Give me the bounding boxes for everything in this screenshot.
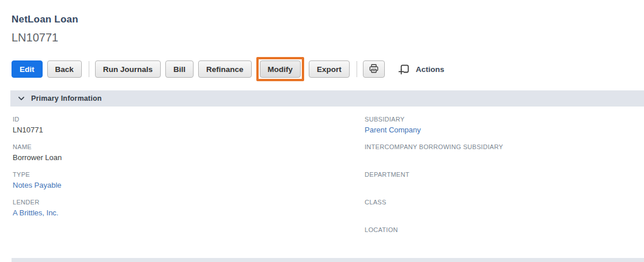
fields-left-column: ID LN10771 NAME Borrower Loan TYPE Notes… [13,115,365,253]
field-label: SUBSIDIARY [365,115,644,123]
field-value: LN10771 [13,125,365,135]
field: INTERCOMPANY BORROWING SUBSIDIARY [365,143,644,163]
primary-information-fields: ID LN10771 NAME Borrower Loan TYPE Notes… [12,107,644,253]
field-label: CLASS [365,198,644,206]
field: ID LN10771 [13,115,365,135]
field: LENDER A Brittles, Inc. [13,198,365,218]
next-section-header-partial[interactable] [12,258,644,262]
field-value[interactable]: A Brittles, Inc. [13,208,365,218]
back-button[interactable]: Back [47,60,82,78]
field-label: LOCATION [365,226,644,234]
toolbar: Edit Back Run Journals Bill Refinance Mo… [12,56,644,82]
field: CLASS [365,198,644,218]
field-label: DEPARTMENT [365,170,644,179]
field-value [365,208,644,218]
refinance-button[interactable]: Refinance [198,60,252,78]
field-label: NAME [13,143,365,151]
modify-highlight-annotation: Modify [256,57,305,81]
field: LOCATION [365,226,644,246]
run-journals-button[interactable]: Run Journals [95,60,161,78]
field: DEPARTMENT [365,170,644,191]
print-button[interactable] [363,60,385,78]
field-value[interactable]: Parent Company [365,125,644,135]
section-title: Primary Information [31,94,102,102]
field: TYPE Notes Payable [13,170,365,191]
field-label: ID [13,115,365,123]
edit-button[interactable]: Edit [12,60,43,78]
export-button[interactable]: Export [309,60,350,78]
actions-menu[interactable]: Actions [416,65,445,74]
field-value[interactable]: Notes Payable [13,180,365,191]
add-shortcut-icon[interactable] [395,60,412,78]
chevron-down-icon[interactable] [17,94,25,102]
field-label: TYPE [13,170,365,179]
toolbar-divider [89,61,89,77]
fields-right-column: SUBSIDIARY Parent Company INTERCOMPANY B… [365,115,644,253]
record-id: LN10771 [12,31,644,44]
loan-record-page: NetLoan Loan LN10771 Edit Back Run Journ… [0,0,644,262]
field-value [365,180,644,191]
toolbar-divider [357,61,357,77]
modify-button[interactable]: Modify [260,60,301,78]
page-title: NetLoan Loan [12,14,644,25]
field-value: Borrower Loan [13,153,365,163]
field: NAME Borrower Loan [13,143,365,163]
primary-information-header[interactable]: Primary Information [10,90,644,107]
field-value [365,236,644,246]
field: SUBSIDIARY Parent Company [365,115,644,135]
field-value [365,153,644,163]
field-label: LENDER [13,198,365,206]
field-label: INTERCOMPANY BORROWING SUBSIDIARY [365,143,644,151]
bill-button[interactable]: Bill [165,60,194,78]
printer-icon [369,63,379,75]
